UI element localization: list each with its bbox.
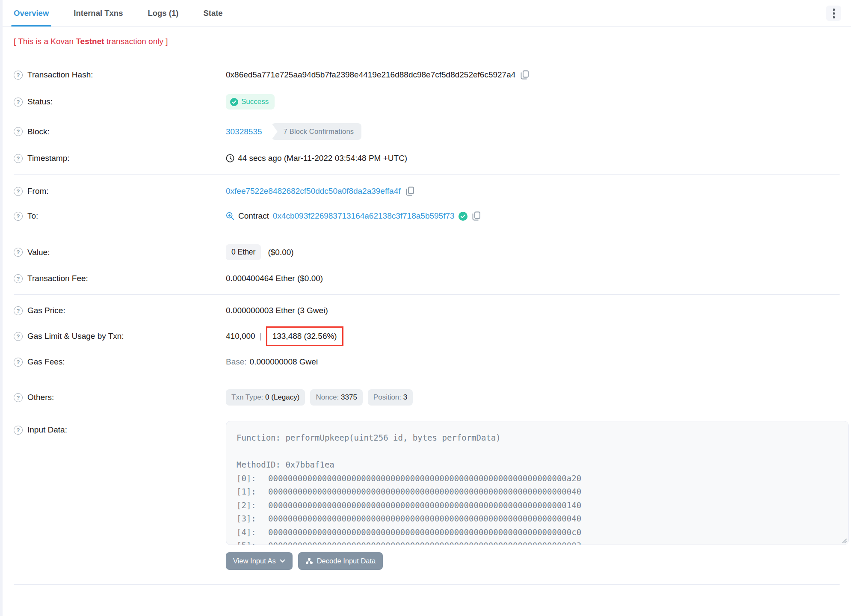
verified-check-icon xyxy=(459,212,467,221)
help-icon[interactable] xyxy=(14,187,23,196)
timestamp-value: 44 secs ago (Mar-11-2022 03:54:48 PM +UT… xyxy=(238,154,407,163)
copy-txhash-button[interactable] xyxy=(520,69,530,80)
gas-usage-value: 133,488 (32.56%) xyxy=(272,332,337,341)
input-blank-line xyxy=(237,445,838,459)
row-input-data: Input Data: Function: performUpkeep(uint… xyxy=(3,412,851,577)
help-icon[interactable] xyxy=(14,358,23,367)
input-data-textarea[interactable]: Function: performUpkeep(uint256 id, byte… xyxy=(226,421,849,545)
decode-icon xyxy=(305,557,313,565)
gas-limit-value: 410,000 xyxy=(226,332,255,341)
row-label-text: Input Data: xyxy=(27,425,67,435)
row-block: Block: 30328535 7 Block Confirmations xyxy=(3,116,851,147)
row-label-text: Transaction Hash: xyxy=(27,70,93,80)
help-icon[interactable] xyxy=(14,71,23,80)
copy-icon xyxy=(406,187,414,196)
more-options-button[interactable] xyxy=(826,6,841,21)
row-label-text: To: xyxy=(27,211,38,221)
badge-value: 3375 xyxy=(341,393,357,401)
row-label-text: Transaction Fee: xyxy=(27,274,88,283)
tab-internal-txns[interactable]: Internal Txns xyxy=(71,0,125,26)
word-value: 0000000000000000000000000000000000000000… xyxy=(268,474,581,483)
tab-overview[interactable]: Overview xyxy=(11,0,51,26)
input-methodid-line: MethodID: 0x7bbaf1ea xyxy=(237,458,838,472)
input-word-line: [1]:000000000000000000000000000000000000… xyxy=(237,485,838,499)
word-index: [5]: xyxy=(237,539,268,545)
word-index: [1]: xyxy=(237,485,268,499)
tab-bar: Overview Internal Txns Logs (1) State xyxy=(3,0,851,27)
gas-separator: | xyxy=(260,332,262,341)
help-icon[interactable] xyxy=(14,306,23,315)
word-index: [3]: xyxy=(237,512,268,526)
help-icon[interactable] xyxy=(14,98,23,107)
warning-bold-text: Testnet xyxy=(76,37,104,46)
input-word-line: [5]:000000000000000000000000000000000000… xyxy=(237,539,838,545)
value-usd: ($0.00) xyxy=(268,248,293,257)
block-confirmations-badge: 7 Block Confirmations xyxy=(272,123,362,140)
status-text: Success xyxy=(241,98,269,106)
help-icon[interactable] xyxy=(14,426,23,435)
word-index: [0]: xyxy=(237,472,268,486)
row-from: From: 0xfee7522e8482682cf50ddc50a0f8da2a… xyxy=(3,179,851,204)
gas-fees-base-value: 0.000000008 Gwei xyxy=(250,357,318,367)
transaction-details-page: Overview Internal Txns Logs (1) State [ … xyxy=(0,0,855,616)
word-value: 0000000000000000000000000000000000000000… xyxy=(268,527,581,537)
badge-key: Txn Type: xyxy=(231,393,263,401)
input-word-line: [4]:000000000000000000000000000000000000… xyxy=(237,526,838,539)
to-address-link[interactable]: 0x4cb093f226983713164a62138c3f718a5b595f… xyxy=(273,211,455,221)
gas-price-value: 0.000000003 Ether (3 Gwei) xyxy=(226,306,328,315)
chevron-down-icon xyxy=(280,559,285,563)
help-icon[interactable] xyxy=(14,154,23,163)
row-timestamp: Timestamp: 44 secs ago (Mar-11-2022 03:5… xyxy=(3,147,851,170)
row-transaction-fee: Transaction Fee: 0.000400464 Ether ($0.0… xyxy=(3,267,851,290)
decode-input-data-label: Decode Input Data xyxy=(317,557,376,565)
transaction-hash-value: 0x86ed5a771e725aa94d5b7fa2398e4419e216d8… xyxy=(226,70,515,80)
help-icon[interactable] xyxy=(14,127,23,136)
clock-icon xyxy=(226,154,234,163)
row-value: Value: 0 Ether ($0.00) xyxy=(3,237,851,267)
row-label-text: Block: xyxy=(27,127,50,136)
row-label-text: Gas Fees: xyxy=(27,357,65,367)
input-word-line: [0]:000000000000000000000000000000000000… xyxy=(237,472,838,486)
transaction-fee-value: 0.000400464 Ether ($0.00) xyxy=(226,274,323,283)
badge-value: 3 xyxy=(403,393,407,401)
from-address-link[interactable]: 0xfee7522e8482682cf50ddc50a0f8da2a39effa… xyxy=(226,187,401,196)
gas-fees-base-label: Base: xyxy=(226,357,247,367)
help-icon[interactable] xyxy=(14,332,23,341)
value-amount-badge: 0 Ether xyxy=(226,244,261,260)
word-value: 0000000000000000000000000000000000000000… xyxy=(268,514,581,523)
row-label-text: Gas Limit & Usage by Txn: xyxy=(27,332,124,341)
testnet-warning: [ This is a Kovan Testnet transaction on… xyxy=(3,27,851,58)
row-label-text: Value: xyxy=(27,248,50,257)
block-number-link[interactable]: 30328535 xyxy=(226,127,262,136)
row-transaction-hash: Transaction Hash: 0x86ed5a771e725aa94d5b… xyxy=(3,62,851,87)
word-index: [4]: xyxy=(237,526,268,539)
row-others: Others: Txn Type: 0 (Legacy) Nonce: 3375… xyxy=(3,382,851,412)
tab-logs[interactable]: Logs (1) xyxy=(145,0,181,26)
help-icon[interactable] xyxy=(14,393,23,402)
zoom-in-icon[interactable] xyxy=(226,212,234,220)
word-index: [2]: xyxy=(237,499,268,512)
badge-value: 0 (Legacy) xyxy=(265,393,299,401)
decode-input-data-button[interactable]: Decode Input Data xyxy=(298,552,383,570)
view-input-as-button[interactable]: View Input As xyxy=(226,552,293,570)
gas-usage-highlight-box: 133,488 (32.56%) xyxy=(266,326,343,346)
copy-from-address-button[interactable] xyxy=(405,186,415,197)
row-label-text: Status: xyxy=(27,97,53,107)
input-function-line: Function: performUpkeep(uint256 id, byte… xyxy=(237,431,838,445)
txn-type-badge: Txn Type: 0 (Legacy) xyxy=(226,389,305,406)
tab-state[interactable]: State xyxy=(201,0,225,26)
row-to: To: Contract 0x4cb093f226983713164a62138… xyxy=(3,204,851,228)
view-input-as-label: View Input As xyxy=(233,557,276,565)
position-badge: Position: 3 xyxy=(368,389,413,406)
row-gas-fees: Gas Fees: Base: 0.000000008 Gwei xyxy=(3,350,851,373)
resize-handle-icon[interactable] xyxy=(841,537,847,543)
word-value: 0000000000000000000000000000000000000000… xyxy=(268,500,581,510)
badge-key: Nonce: xyxy=(316,393,339,401)
status-badge: Success xyxy=(226,94,275,110)
help-icon[interactable] xyxy=(14,212,23,221)
copy-to-address-button[interactable] xyxy=(471,210,482,222)
row-gas-limit-usage: Gas Limit & Usage by Txn: 410,000 | 133,… xyxy=(3,322,851,350)
help-icon[interactable] xyxy=(14,274,23,283)
row-label-text: From: xyxy=(27,187,49,196)
help-icon[interactable] xyxy=(14,248,23,257)
